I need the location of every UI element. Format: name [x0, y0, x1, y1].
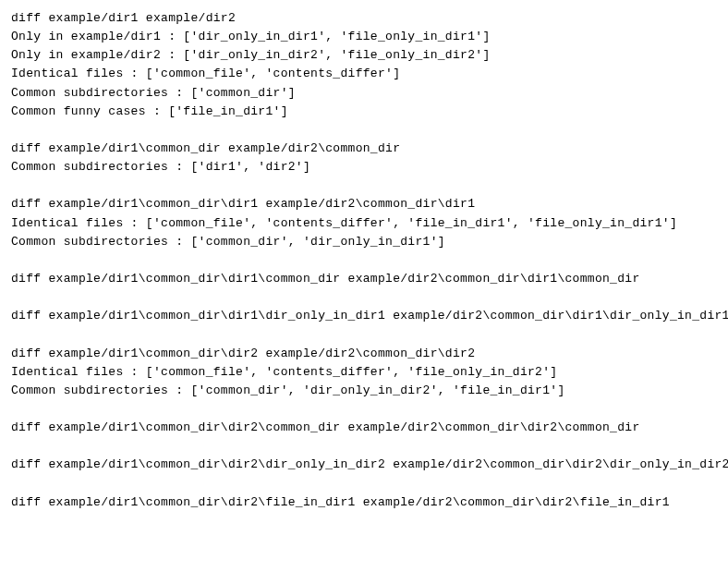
blank-line: [11, 176, 717, 195]
output-line: Common funny cases : ['file_in_dir1']: [11, 103, 717, 121]
output-line: Common subdirectories : ['common_dir']: [11, 84, 717, 103]
blank-line: [11, 325, 717, 344]
output-line: Identical files : ['common_file', 'conte…: [11, 363, 717, 382]
blank-line: [11, 288, 717, 307]
output-line: Common subdirectories : ['common_dir', '…: [11, 382, 717, 400]
output-line: diff example/dir1\common_dir\dir2\common…: [11, 419, 717, 437]
output-line: Only in example/dir1 : ['dir_only_in_dir…: [11, 28, 717, 46]
output-line: Identical files : ['common_file', 'conte…: [11, 214, 717, 233]
output-line: diff example/dir1\common_dir\dir2 exampl…: [11, 345, 717, 363]
blank-line: [11, 400, 717, 419]
output-line: diff example/dir1\common_dir\dir1 exampl…: [11, 195, 717, 213]
output-line: Common subdirectories : ['common_dir', '…: [11, 233, 717, 251]
blank-line: [11, 475, 717, 493]
blank-line: [11, 437, 717, 456]
output-line: diff example/dir1\common_dir example/dir…: [11, 140, 717, 158]
output-line: diff example/dir1\common_dir\dir1\common…: [11, 270, 717, 288]
output-line: diff example/dir1\common_dir\dir2\dir_on…: [11, 456, 717, 474]
output-line: diff example/dir1\common_dir\dir1\dir_on…: [11, 307, 717, 325]
output-line: Common subdirectories : ['dir1', 'dir2']: [11, 158, 717, 176]
terminal-output: diff example/dir1 example/dir2 Only in e…: [11, 9, 717, 512]
output-line: Identical files : ['common_file', 'conte…: [11, 65, 717, 83]
output-line: diff example/dir1 example/dir2: [11, 9, 717, 28]
blank-line: [11, 121, 717, 140]
blank-line: [11, 251, 717, 270]
output-line: Only in example/dir2 : ['dir_only_in_dir…: [11, 46, 717, 65]
output-line: diff example/dir1\common_dir\dir2\file_i…: [11, 493, 717, 512]
